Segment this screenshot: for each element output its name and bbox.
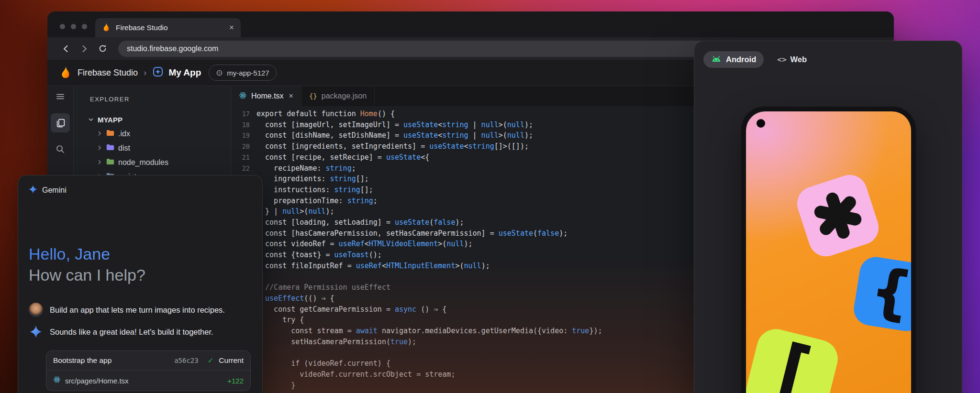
gemini-header: Gemini — [18, 175, 262, 196]
user-message-row: Build an app that lets me turn images in… — [29, 303, 252, 317]
explorer-title: EXPLORER — [74, 86, 231, 109]
diff-added-count: +122 — [227, 377, 244, 385]
root-name: MYAPP — [98, 116, 122, 124]
android-icon — [711, 55, 722, 64]
chevron-right-icon — [97, 144, 102, 153]
folder-icon — [106, 158, 114, 167]
folder-name: node_modules — [118, 158, 168, 167]
greeting-name: Hello, Jane — [29, 243, 252, 264]
project-name[interactable]: My App — [168, 67, 201, 78]
workspace-pill[interactable]: my-app-5127 — [209, 65, 276, 81]
explorer-folder-node_modules[interactable]: node_modules — [74, 155, 231, 170]
chevron-down-icon — [88, 116, 94, 124]
reload-icon[interactable] — [97, 44, 108, 53]
workspace-id: my-app-5127 — [227, 69, 269, 77]
toggle-android[interactable]: Android — [703, 51, 764, 68]
gemini-title: Gemini — [42, 186, 67, 195]
gemini-star-icon — [29, 326, 43, 338]
window-control-dot[interactable] — [71, 24, 76, 29]
chevron-right-icon — [97, 158, 102, 167]
editor-tab-label: Home.tsx — [251, 92, 284, 100]
brace-glyph: { — [870, 261, 911, 322]
assistant-message: Sounds like a great idea! Let's build it… — [50, 328, 213, 337]
gemini-star-icon — [29, 185, 37, 196]
phone-mockup: { [ — [741, 107, 916, 393]
line-number: 22 — [231, 163, 256, 174]
react-icon — [239, 91, 247, 101]
line-number: 20 — [231, 141, 256, 152]
forward-icon[interactable] — [79, 44, 89, 54]
firebase-favicon — [102, 22, 111, 33]
prototyper-icon — [152, 66, 164, 79]
browser-tab-strip: Firebase Studio × — [47, 11, 894, 37]
user-message: Build an app that lets me turn images in… — [50, 306, 225, 315]
pink-tile — [792, 170, 883, 261]
asterisk-icon — [808, 186, 868, 246]
gemini-greeting: Hello, Jane How can I help? — [18, 243, 262, 285]
app-preview-screen[interactable]: { [ — [746, 111, 911, 393]
line-number: 17 — [231, 109, 256, 120]
menu-icon[interactable] — [51, 87, 70, 106]
folder-name: dist — [118, 144, 130, 153]
bracket-glyph: [ — [765, 334, 821, 393]
marketing-scene: Firebase Studio × studio.firebase.google… — [0, 0, 980, 393]
toggle-web[interactable]: <> Web — [777, 55, 807, 64]
braces-icon: {} — [309, 92, 317, 100]
greeting-question: How can I help? — [29, 264, 252, 285]
toggle-web-label: Web — [791, 55, 807, 64]
line-number: 18 — [231, 120, 256, 131]
window-control-dot[interactable] — [60, 24, 65, 29]
product-name: Firebase Studio — [78, 68, 138, 78]
browser-tab[interactable]: Firebase Studio × — [95, 18, 241, 37]
url-text: studio.firebase.google.com — [127, 44, 218, 53]
workspace-icon — [216, 69, 223, 76]
file-path: src/pages/Home.tsx — [65, 377, 129, 385]
close-tab-icon[interactable]: × — [229, 23, 234, 33]
task-title: Bootstrap the app — [53, 356, 111, 365]
line-number: 19 — [231, 130, 256, 141]
line-number: 21 — [231, 152, 256, 163]
commit-hash: a56c23 — [174, 357, 199, 364]
status-badge: Current — [219, 356, 244, 365]
gemini-conversation: Build an app that lets me turn images in… — [18, 303, 262, 338]
editor-tab-package[interactable]: {} package.json — [301, 86, 375, 106]
folder-icon — [106, 144, 114, 153]
gemini-panel: Gemini Hello, Jane How can I help? Build… — [18, 175, 263, 393]
task-card-header[interactable]: Bootstrap the app a56c23 ✓ Current — [46, 351, 250, 370]
react-icon — [53, 376, 61, 385]
folder-icon — [106, 130, 114, 138]
toggle-android-label: Android — [726, 55, 756, 64]
preview-panel: Android <> Web { [ — [694, 41, 962, 393]
blue-tile: { — [852, 255, 911, 334]
user-avatar — [29, 303, 43, 317]
task-card-file-row[interactable]: src/pages/Home.tsx +122 — [46, 370, 250, 391]
files-icon[interactable] — [51, 113, 70, 132]
explorer-folder-.idx[interactable]: .idx — [74, 127, 231, 141]
green-tile: [ — [746, 325, 842, 393]
assistant-message-row: Sounds like a great idea! Let's build it… — [29, 326, 252, 338]
explorer-root[interactable]: MYAPP — [74, 112, 231, 127]
code-brackets-icon: <> — [777, 55, 786, 64]
explorer-folder-dist[interactable]: dist — [74, 141, 231, 155]
phone-camera-dot — [757, 119, 765, 128]
chevron-right-icon — [97, 130, 102, 138]
task-card: Bootstrap the app a56c23 ✓ Current src/p… — [46, 350, 251, 391]
breadcrumb-separator: › — [144, 67, 146, 78]
browser-tab-title: Firebase Studio — [116, 23, 168, 32]
close-tab-icon[interactable]: × — [289, 92, 293, 100]
preview-toggles: Android <> Web — [694, 41, 962, 68]
folder-name: .idx — [118, 130, 130, 138]
firebase-logo — [59, 66, 72, 80]
window-control-dot[interactable] — [82, 24, 87, 29]
back-icon[interactable] — [61, 44, 71, 54]
editor-tab-label: package.json — [322, 92, 367, 100]
window-controls[interactable] — [60, 24, 87, 29]
editor-tab-home[interactable]: Home.tsx × — [231, 86, 301, 106]
check-icon: ✓ — [208, 356, 214, 365]
search-icon[interactable] — [51, 140, 70, 159]
